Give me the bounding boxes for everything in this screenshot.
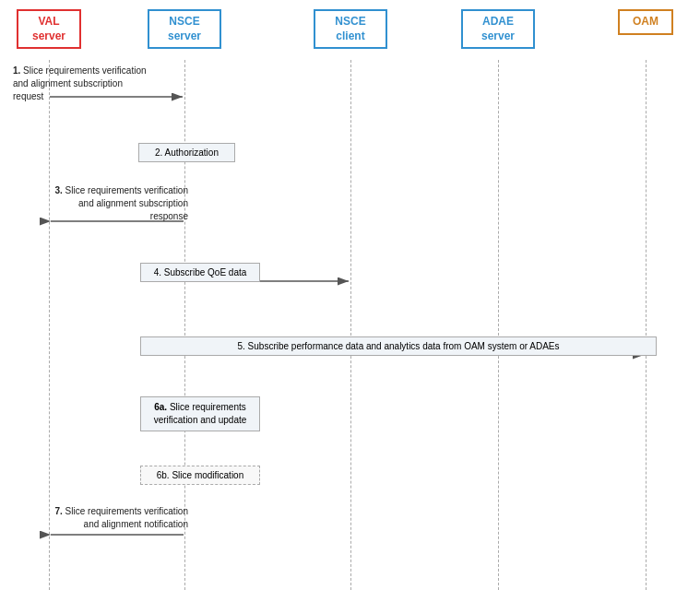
actor-adae-line2: server — [481, 30, 515, 42]
actor-nsce-server: NSCE server — [148, 9, 221, 49]
message-3-label: 3. Slice requirements verificationand al… — [13, 184, 188, 223]
message-1-label: 1. Slice requirements verificationand al… — [13, 65, 184, 103]
msg4-text: 4. Subscribe QoE data — [154, 267, 247, 277]
message-6b-box: 6b. Slice modification — [140, 466, 260, 485]
message-7-label: 7. Slice requirements verificationand al… — [13, 505, 188, 531]
actor-oam-line1: OAM — [633, 15, 658, 28]
message-2-box: 2. Authorization — [138, 143, 235, 162]
actor-nsce-server-line1: NSCE — [169, 15, 199, 28]
actor-nsce-client: NSCE client — [314, 9, 387, 49]
actor-adae: ADAE server — [461, 9, 535, 49]
actor-nsce-server-line2: server — [168, 30, 201, 42]
message-6a-box: 6a. Slice requirementsverification and u… — [140, 396, 260, 431]
actor-val-line1: VAL — [38, 15, 59, 28]
msg1-text: 1. Slice requirements verificationand al… — [13, 65, 147, 101]
actor-oam: OAM — [618, 9, 673, 35]
actor-val: VAL server — [17, 9, 81, 49]
actor-nsce-client-line2: client — [336, 30, 364, 42]
msg6a-text: 6a. Slice requirementsverification and u… — [154, 402, 247, 425]
actor-adae-line1: ADAE — [482, 15, 514, 28]
msg5-text: 5. Subscribe performance data and analyt… — [237, 341, 559, 351]
msg3-text: 3. Slice requirements verificationand al… — [54, 185, 188, 221]
actor-val-line2: server — [32, 30, 65, 42]
msg6b-text: 6b. Slice modification — [157, 470, 244, 480]
message-5-box: 5. Subscribe performance data and analyt… — [140, 336, 657, 356]
actor-nsce-client-line1: NSCE — [335, 15, 365, 28]
msg2-text: 2. Authorization — [155, 148, 219, 158]
sequence-diagram: VAL server NSCE server NSCE client ADAE … — [0, 0, 700, 590]
msg7-text: 7. Slice requirements verificationand al… — [54, 506, 188, 529]
message-4-box: 4. Subscribe QoE data — [140, 263, 260, 282]
